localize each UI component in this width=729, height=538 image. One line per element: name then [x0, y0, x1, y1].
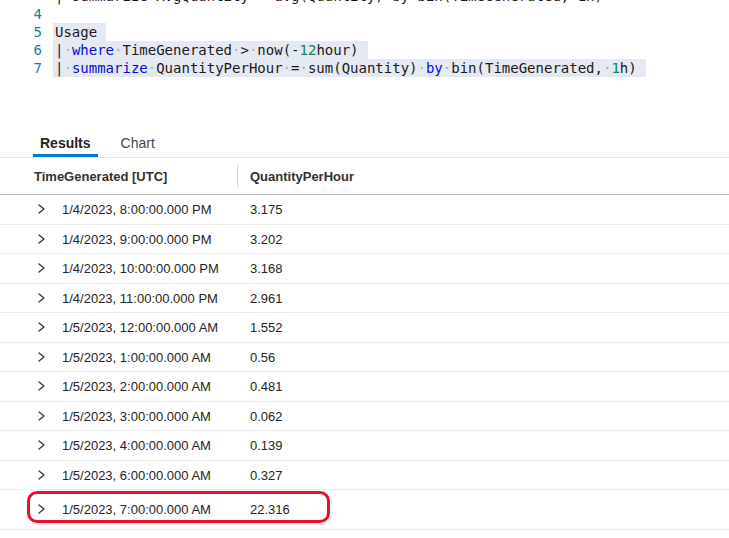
tab-chart[interactable]: Chart: [114, 128, 162, 157]
cell-timegenerated: 1/4/2023, 11:00:00.000 PM: [62, 290, 218, 305]
chevron-right-icon[interactable]: [35, 321, 47, 333]
chevron-right-icon[interactable]: [35, 439, 47, 451]
whitespace-dot: ·: [569, 0, 577, 4]
whitespace-dot: ·: [409, 0, 417, 4]
code-token: 1h): [578, 0, 603, 4]
code-token: bin(TimeGenerated,: [451, 60, 603, 76]
code-line[interactable]: 4: [0, 5, 729, 23]
cell-timegenerated: 1/4/2023, 8:00:00.000 PM: [62, 202, 212, 217]
code-line[interactable]: 5Usage: [0, 23, 729, 41]
code-text[interactable]: |·summarize·QuantityPerHour·=·sum(Quanti…: [53, 59, 646, 77]
chevron-right-icon[interactable]: [35, 410, 47, 422]
table-row[interactable]: 1/4/2023, 9:00:00.000 PM3.202: [0, 225, 729, 255]
whitespace-dot: ·: [384, 0, 392, 4]
table-row[interactable]: 1/5/2023, 7:00:00.000 AM22.316: [0, 490, 729, 530]
cell-timegenerated: 1/5/2023, 7:00:00.000 AM: [62, 502, 211, 517]
results-tabbar: Results Chart: [0, 128, 729, 158]
code-text[interactable]: |·summarize·AvgQuantity·=·avg(Quantity)·…: [53, 0, 605, 5]
code-text[interactable]: [53, 5, 57, 23]
table-row[interactable]: 1/5/2023, 4:00:00.000 AM0.139: [0, 431, 729, 461]
code-token: by: [426, 60, 443, 76]
table-header: TimeGenerated [UTC] QuantityPerHour: [0, 158, 729, 195]
cell-timegenerated: 1/5/2023, 4:00:00.000 AM: [62, 438, 211, 453]
code-token: summarize: [72, 60, 148, 76]
whitespace-dot: ·: [148, 0, 156, 4]
chevron-right-icon[interactable]: [35, 469, 47, 481]
code-lines: |·summarize·AvgQuantity·=·avg(Quantity)·…: [0, 0, 729, 77]
code-token: hour): [316, 42, 358, 58]
code-token: AvgQuantity: [156, 0, 249, 4]
whitespace-dot: ·: [63, 42, 71, 58]
cell-timegenerated: 1/5/2023, 12:00:00.000 AM: [62, 320, 218, 335]
code-token: 1: [611, 60, 619, 76]
code-line[interactable]: 6|·where·TimeGenerated·>·now(-12hour): [0, 41, 729, 59]
code-token: h): [620, 60, 637, 76]
code-token: by: [392, 0, 409, 4]
table-row[interactable]: 1/4/2023, 8:00:00.000 PM3.175: [0, 195, 729, 225]
whitespace-dot: ·: [299, 60, 307, 76]
table-row[interactable]: 1/5/2023, 3:00:00.000 AM0.062: [0, 402, 729, 432]
cell-quantityperhour: 2.961: [250, 290, 283, 305]
cell-quantityperhour: 1.552: [250, 320, 283, 335]
code-token: sum(Quantity): [308, 60, 418, 76]
whitespace-dot: ·: [63, 60, 71, 76]
table-row[interactable]: 1/5/2023, 12:00:00.000 AM1.552: [0, 313, 729, 343]
cell-quantityperhour: 0.139: [250, 438, 283, 453]
table-row[interactable]: 1/4/2023, 10:00:00.000 PM3.168: [0, 254, 729, 284]
whitespace-dot: ·: [266, 0, 274, 4]
chevron-right-icon[interactable]: [35, 380, 47, 392]
cell-quantityperhour: 3.202: [250, 231, 283, 246]
table-body: 1/4/2023, 8:00:00.000 PM3.1751/4/2023, 9…: [0, 195, 729, 530]
code-token: avg(Quantity): [274, 0, 384, 4]
chevron-right-icon[interactable]: [35, 262, 47, 274]
table-row[interactable]: 1/5/2023, 6:00:00.000 AM0.327: [0, 461, 729, 491]
code-text[interactable]: |·where·TimeGenerated·>·now(-12hour): [53, 41, 368, 59]
column-header-quantityperhour[interactable]: QuantityPerHour: [250, 169, 354, 184]
tab-results[interactable]: Results: [33, 128, 98, 157]
cell-quantityperhour: 0.062: [250, 408, 283, 423]
cell-quantityperhour: 3.175: [250, 202, 283, 217]
chevron-right-icon[interactable]: [35, 292, 47, 304]
query-editor[interactable]: |·summarize·AvgQuantity·=·avg(Quantity)·…: [0, 0, 729, 77]
code-token: >: [240, 42, 248, 58]
line-number: 5: [0, 23, 42, 41]
line-number: 4: [0, 5, 42, 23]
tab-results-label: Results: [40, 135, 91, 151]
column-header-timegenerated[interactable]: TimeGenerated [UTC]: [34, 169, 167, 184]
cell-timegenerated: 1/4/2023, 9:00:00.000 PM: [62, 231, 212, 246]
cell-timegenerated: 1/5/2023, 3:00:00.000 AM: [62, 408, 211, 423]
tab-chart-label: Chart: [121, 135, 155, 151]
chevron-right-icon[interactable]: [35, 233, 47, 245]
whitespace-dot: ·: [283, 60, 291, 76]
cell-quantityperhour: 0.56: [250, 349, 275, 364]
cell-quantityperhour: 0.327: [250, 467, 283, 482]
code-token: 12: [300, 42, 317, 58]
code-token: =: [257, 0, 265, 4]
code-token: QuantityPerHour: [156, 60, 282, 76]
column-divider: [237, 165, 238, 187]
line-number: 7: [0, 59, 42, 77]
results-panel: Results Chart TimeGenerated [UTC] Quanti…: [0, 128, 729, 530]
chevron-right-icon[interactable]: [35, 351, 47, 363]
cell-timegenerated: 1/5/2023, 6:00:00.000 AM: [62, 467, 211, 482]
code-line[interactable]: 7|·summarize·QuantityPerHour·=·sum(Quant…: [0, 59, 729, 77]
code-token: TimeGenerated: [122, 42, 232, 58]
cell-quantityperhour: 22.316: [250, 502, 290, 517]
cell-timegenerated: 1/5/2023, 1:00:00.000 AM: [62, 349, 211, 364]
code-token: summarize: [72, 0, 148, 4]
whitespace-dot: ·: [443, 60, 451, 76]
chevron-right-icon[interactable]: [35, 503, 47, 515]
cell-timegenerated: 1/5/2023, 2:00:00.000 AM: [62, 379, 211, 394]
chevron-right-icon[interactable]: [35, 203, 47, 215]
table-row[interactable]: 1/4/2023, 11:00:00.000 PM2.961: [0, 284, 729, 314]
code-token: bin(TimeGenerated,: [418, 0, 570, 4]
line-number: 6: [0, 41, 42, 59]
whitespace-dot: ·: [63, 0, 71, 4]
code-text[interactable]: Usage: [53, 23, 106, 41]
table-row[interactable]: 1/5/2023, 2:00:00.000 AM0.481: [0, 372, 729, 402]
cell-quantityperhour: 0.481: [250, 379, 283, 394]
table-row[interactable]: 1/5/2023, 1:00:00.000 AM0.56: [0, 343, 729, 373]
cell-timegenerated: 1/4/2023, 10:00:00.000 PM: [62, 261, 219, 276]
code-token: where: [72, 42, 114, 58]
whitespace-dot: ·: [418, 60, 426, 76]
